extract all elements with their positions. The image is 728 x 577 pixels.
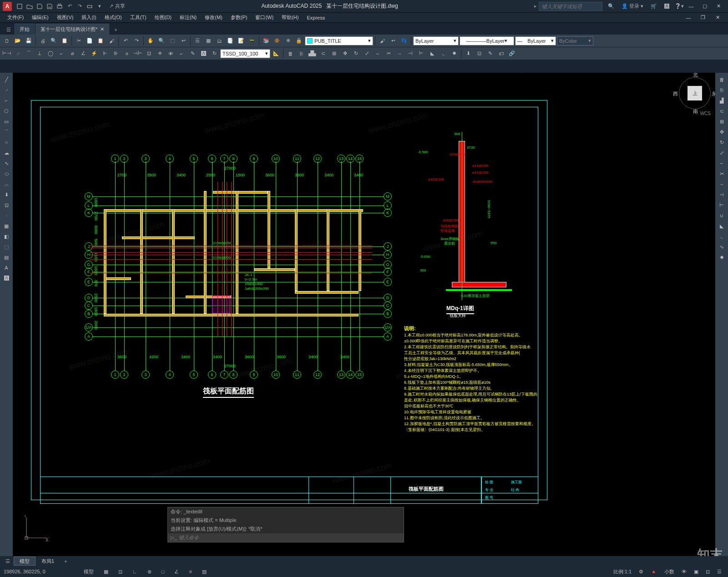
menu-insert[interactable]: 插入(I) [78, 13, 100, 22]
r1-save-icon[interactable]: 💾 [24, 36, 34, 46]
r2-insp-icon[interactable]: 👁 [166, 49, 176, 59]
tab-active-drawing[interactable]: 某十一层住宅结构设计图* ✕ [35, 24, 109, 35]
r-rotate-icon[interactable]: ↻ [716, 137, 727, 147]
table-icon[interactable]: ▤ [1, 252, 12, 262]
status-lwt-icon[interactable]: ≡ [186, 567, 194, 576]
command-line[interactable]: 命令: _textedit 当前设置: 编辑模式 = Multiple 选择注释… [167, 507, 404, 542]
status-scale[interactable]: 比例: 1:1 [611, 567, 634, 576]
status-model[interactable]: 模型 [81, 567, 96, 576]
status-otrack-icon[interactable]: ∠ [172, 567, 182, 576]
r1-dcenter-icon[interactable]: ▦ [203, 36, 213, 46]
r2-join-icon[interactable]: ⊢ [416, 49, 426, 59]
r-mirror-icon[interactable]: ▟ [716, 95, 727, 105]
r2-attr-icon[interactable]: 🏷 [496, 49, 506, 59]
r1-tpalette-icon[interactable]: 🗂 [214, 36, 224, 46]
status-polar-icon[interactable]: ⊛ [145, 567, 154, 576]
r2-dimbas-icon[interactable]: ⊩ [100, 49, 110, 59]
r2-offset-icon[interactable]: ⊂ [318, 49, 328, 59]
r2-erase-icon[interactable]: 🗑 [285, 49, 295, 59]
r-copy-icon[interactable]: ⎘ [716, 85, 727, 95]
r2-insert-icon[interactable]: ⬇ [463, 49, 473, 59]
status-decimal[interactable]: 小数 [662, 567, 677, 576]
qat-print-icon[interactable] [85, 1, 95, 11]
r1-publish-icon[interactable]: 📋 [60, 36, 70, 46]
qat-new-icon[interactable] [15, 1, 25, 11]
help-dropdown-icon[interactable]: ❔▾ [674, 1, 684, 11]
menu-toggle-icon[interactable]: ☰ [3, 25, 15, 35]
doc-restore-button[interactable]: ❐ [696, 14, 710, 22]
r1-layer-icon[interactable]: 📚 [261, 36, 271, 46]
lineweight-combo[interactable]: — ByLayer▾ [515, 36, 556, 45]
r2-jogln-icon[interactable]: ⌐ [177, 49, 187, 59]
r-blend-icon[interactable]: ∿ [716, 242, 727, 252]
qat-undo-icon[interactable]: ↶ [65, 1, 75, 11]
status-grid-icon[interactable]: ▦ [101, 567, 111, 576]
r1-lmatch-icon[interactable]: 🖌 [377, 36, 387, 46]
r2-dimang-icon[interactable]: ∠ [78, 49, 88, 59]
doc-close-button[interactable]: ✕ [711, 14, 724, 22]
tab-model[interactable]: 模型 [14, 557, 35, 566]
r2-dimed-icon[interactable]: ✎ [187, 49, 197, 59]
drawing-canvas[interactable]: 筏板平面配筋图 绘 图 施工图 专 业 结 构 图 号 日 期 2011. 6 … [13, 73, 715, 556]
search-input[interactable] [539, 2, 602, 11]
addsel-icon[interactable]: 🅰 [1, 273, 12, 283]
r2-dimord-icon[interactable]: ⊥ [35, 49, 45, 59]
qat-open-icon[interactable] [25, 1, 35, 11]
menu-view[interactable]: 视图(V) [53, 13, 77, 22]
r1-markup-icon[interactable]: 📝 [236, 36, 246, 46]
menu-express[interactable]: Express [303, 13, 329, 22]
status-gear-icon[interactable]: ⚙ [636, 567, 646, 576]
r1-qcalc-icon[interactable]: 📟 [247, 36, 257, 46]
search-btn-icon[interactable]: 🔍 [606, 1, 616, 11]
r2-chamfer-icon[interactable]: ◣ [427, 49, 437, 59]
status-ortho-icon[interactable]: ∟ [130, 567, 140, 576]
r-explode-icon[interactable]: ✸ [716, 252, 727, 262]
qat-saveas-icon[interactable] [45, 1, 55, 11]
menu-format[interactable]: 格式(O) [101, 13, 126, 22]
r1-new-icon[interactable]: 🗋 [2, 36, 12, 46]
ellarc-icon[interactable]: ⌓ [1, 179, 12, 189]
tab-close-icon[interactable]: ✕ [100, 26, 104, 32]
spline-icon[interactable]: ∿ [1, 158, 12, 168]
color-combo[interactable]: ByLayer▾ [413, 36, 459, 45]
doc-minimize-button[interactable]: — [682, 14, 695, 22]
tab-start[interactable]: 开始 [15, 24, 35, 35]
r2-dimrad-icon[interactable]: ◯ [46, 49, 56, 59]
r1-open-icon[interactable]: 📂 [13, 36, 23, 46]
r-trim-icon[interactable]: ✂ [716, 169, 727, 179]
maximize-button[interactable]: ▢ [698, 1, 712, 11]
insert2-icon[interactable]: ⬇ [1, 190, 12, 200]
hatch-icon[interactable]: ▦ [1, 221, 12, 231]
status-custom-icon[interactable]: ☰ [714, 567, 724, 576]
revcloud-icon[interactable]: ☁ [1, 148, 12, 158]
menu-tools[interactable]: 工具(T) [126, 13, 150, 22]
pline-icon[interactable]: ⌐ [1, 95, 12, 105]
menu-modify[interactable]: 修改(M) [201, 13, 226, 22]
layer-combo[interactable]: PUB_TITLE▾ [305, 36, 373, 45]
r2-fillet-icon[interactable]: ◟ [438, 49, 448, 59]
tab-add-button[interactable]: ＋ [110, 25, 121, 35]
r2-stretch-icon[interactable]: ↔ [373, 49, 383, 59]
menu-edit[interactable]: 编辑(E) [28, 13, 52, 22]
r1-redo2-icon[interactable]: ↷ [131, 36, 142, 46]
mkblk-icon[interactable]: ⊡ [1, 200, 12, 210]
menu-param[interactable]: 参数(P) [227, 13, 251, 22]
r2-extend-icon[interactable]: → [394, 49, 404, 59]
r-breakpt-icon[interactable]: ⊣ [716, 190, 727, 200]
viewcube-top[interactable]: 上 [688, 86, 702, 100]
status-clean-icon[interactable]: ⊡ [703, 567, 713, 576]
r2-dimsty-icon[interactable]: 📐 [271, 49, 281, 59]
r2-array-icon[interactable]: ⊞ [329, 49, 339, 59]
r2-mirror-icon[interactable]: ▟▙ [307, 49, 317, 59]
r1-lwalk-icon[interactable]: 👣 [399, 36, 409, 46]
r2-move-icon[interactable]: ✥ [340, 49, 350, 59]
r2-copy-icon[interactable]: ⎘ [296, 49, 306, 59]
point-icon[interactable]: · [1, 211, 12, 221]
r2-explode-icon[interactable]: ✸ [449, 49, 459, 59]
r-extend-icon[interactable]: → [716, 179, 727, 189]
r2-dimarc-icon[interactable]: ⌒ [24, 49, 34, 59]
polygon-icon[interactable]: ⬠ [1, 106, 12, 116]
r1-undo2-icon[interactable]: ↶ [121, 36, 131, 46]
r2-dimspc-icon[interactable]: ≡ [122, 49, 132, 59]
tab-layout1[interactable]: 布局1 [35, 557, 60, 566]
